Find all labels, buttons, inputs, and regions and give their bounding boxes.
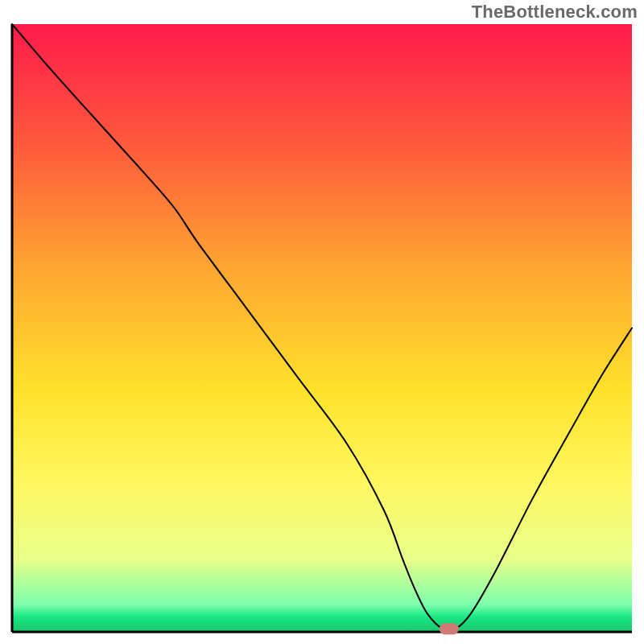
watermark-label: TheBottleneck.com (472, 2, 638, 23)
chart-container: TheBottleneck.com (0, 0, 644, 644)
optimal-marker (440, 623, 459, 634)
plot-background (12, 24, 632, 632)
bottleneck-chart (0, 0, 644, 644)
